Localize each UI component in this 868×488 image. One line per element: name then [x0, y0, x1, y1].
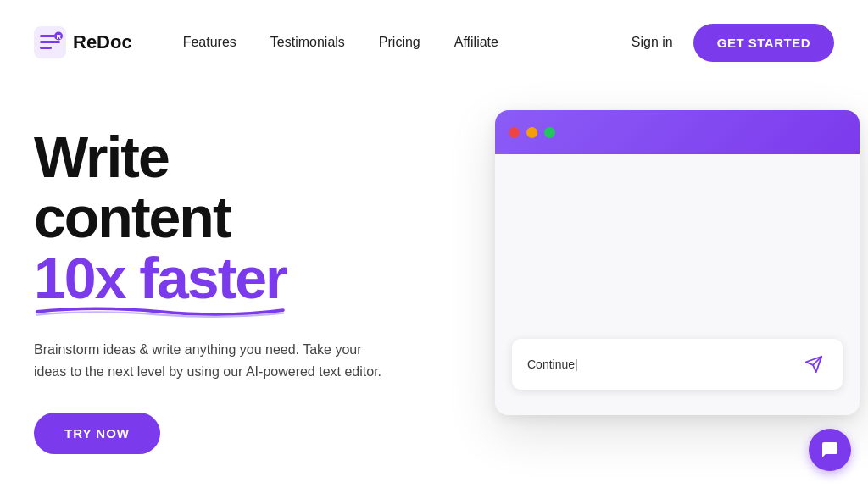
logo-icon: R: [34, 26, 66, 58]
hero-section: Write content 10x faster Brainstorm idea…: [0, 85, 868, 488]
try-now-button[interactable]: TRY NOW: [34, 413, 160, 454]
browser-dot-yellow: [526, 127, 537, 138]
brand-name: ReDoc: [73, 31, 132, 53]
browser-input-text: Continue|: [527, 358, 578, 371]
hero-accent: 10x faster: [34, 248, 287, 308]
get-started-button[interactable]: GET STARTED: [693, 24, 834, 62]
browser-window: Continue|: [495, 110, 860, 415]
nav-pricing[interactable]: Pricing: [379, 35, 420, 49]
browser-content: Continue|: [495, 154, 860, 415]
nav-affiliate[interactable]: Affiliate: [454, 35, 498, 49]
hero-text: Write content 10x faster Brainstorm idea…: [34, 102, 441, 454]
browser-bar: [495, 110, 860, 154]
underline-decoration: [34, 303, 287, 319]
nav-features[interactable]: Features: [183, 35, 236, 49]
svg-rect-3: [40, 47, 52, 49]
hero-description: Brainstorm ideas & write anything you ne…: [34, 339, 390, 382]
nav-right: Sign in GET STARTED: [632, 24, 834, 62]
hero-illustration: Continue|: [461, 85, 851, 449]
chat-icon: [820, 440, 840, 460]
nav-links: Features Testimonials Pricing Affiliate: [183, 35, 632, 50]
nav-testimonials[interactable]: Testimonials: [270, 35, 345, 49]
browser-dot-red: [509, 127, 520, 138]
svg-text:R: R: [57, 33, 62, 41]
chat-support-button[interactable]: [809, 429, 851, 471]
browser-dot-green: [544, 127, 555, 138]
svg-rect-1: [40, 35, 55, 37]
send-icon: [804, 355, 823, 374]
hero-headline: Write content 10x faster: [34, 127, 441, 308]
browser-input-row: Continue|: [512, 339, 843, 390]
svg-rect-2: [40, 41, 60, 43]
send-button[interactable]: [800, 351, 827, 378]
logo-link[interactable]: R ReDoc: [34, 26, 132, 58]
sign-in-button[interactable]: Sign in: [632, 35, 673, 50]
navbar: R ReDoc Features Testimonials Pricing Af…: [0, 0, 868, 85]
